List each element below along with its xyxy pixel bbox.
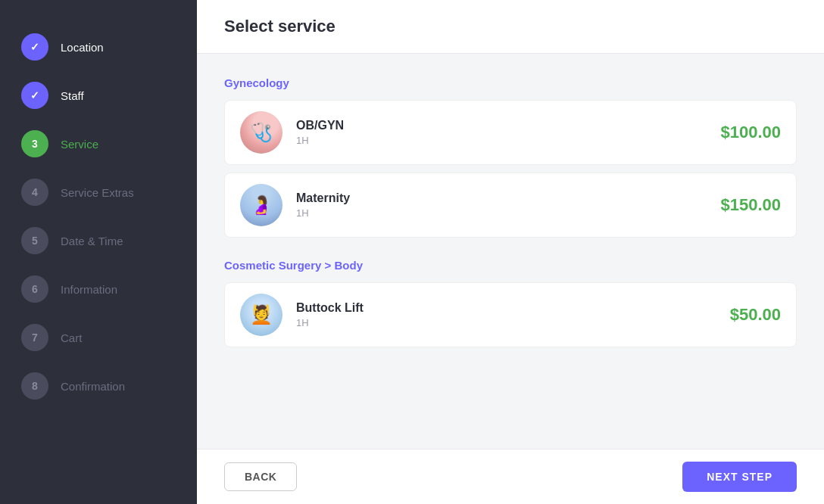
service-duration: 1H [296, 135, 720, 146]
category-gynecology: GynecologyOB/GYN1H$100.00Maternity1H$150… [224, 76, 797, 238]
service-name: Buttock Lift [296, 301, 730, 315]
service-card-obgyn[interactable]: OB/GYN1H$100.00 [224, 100, 797, 165]
sidebar-item-staff[interactable]: ✓Staff [0, 71, 197, 120]
service-list: GynecologyOB/GYN1H$100.00Maternity1H$150… [197, 54, 824, 449]
service-name: Maternity [296, 191, 720, 205]
service-duration: 1H [296, 207, 720, 219]
sidebar-item-date-&-time[interactable]: 5Date & Time [0, 216, 197, 265]
sidebar-item-location[interactable]: ✓Location [0, 23, 197, 71]
sidebar-item-label: Cart [61, 331, 82, 344]
service-price: $150.00 [720, 195, 781, 215]
service-thumbnail-buttock-lift [240, 294, 282, 336]
sidebar-item-service-extras[interactable]: 4Service Extras [0, 168, 197, 216]
page-title: Select service [224, 17, 797, 36]
service-card-maternity[interactable]: Maternity1H$150.00 [224, 173, 797, 238]
back-button[interactable]: BACK [224, 462, 297, 491]
main-content: Select service GynecologyOB/GYN1H$100.00… [197, 0, 824, 504]
service-price: $100.00 [720, 123, 781, 142]
footer: BACK NEXT STEP [197, 449, 824, 504]
sidebar-item-label: Service [61, 138, 98, 151]
sidebar-item-cart[interactable]: 7Cart [0, 313, 197, 362]
category-label: Cosmetic Surgery > Body [224, 259, 797, 272]
sidebar-item-label: Location [61, 41, 104, 54]
service-price: $50.00 [730, 305, 781, 325]
category-cosmetic-surgery: Cosmetic Surgery > BodyButtock Lift1H$50… [224, 259, 797, 347]
service-duration: 1H [296, 317, 730, 328]
service-thumbnail-maternity [240, 184, 282, 226]
service-info: Buttock Lift1H [296, 301, 730, 328]
sidebar-item-label: Date & Time [61, 235, 123, 247]
sidebar-item-service[interactable]: 3Service [0, 120, 197, 168]
service-thumbnail-obgyn [240, 111, 282, 154]
service-name: OB/GYN [296, 119, 720, 132]
sidebar-item-confirmation[interactable]: 8Confirmation [0, 362, 197, 410]
sidebar: ✓Location✓Staff3Service4Service Extras5D… [0, 0, 197, 504]
next-step-button[interactable]: NEXT STEP [682, 462, 797, 492]
sidebar-item-label: Service Extras [61, 186, 134, 199]
category-label: Gynecology [224, 76, 797, 89]
service-card-buttock-lift[interactable]: Buttock Lift1H$50.00 [224, 282, 797, 347]
service-info: Maternity1H [296, 191, 720, 219]
service-info: OB/GYN1H [296, 119, 720, 146]
sidebar-item-label: Staff [61, 89, 84, 102]
main-header: Select service [197, 0, 824, 54]
sidebar-item-label: Information [61, 283, 117, 296]
sidebar-item-label: Confirmation [61, 380, 125, 393]
sidebar-item-information[interactable]: 6Information [0, 265, 197, 313]
